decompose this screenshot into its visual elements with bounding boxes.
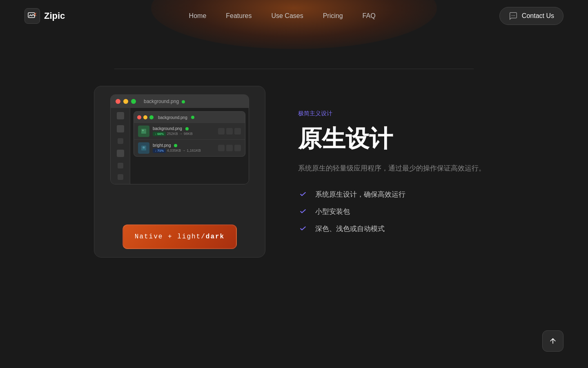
file-thumb-2 [138,142,149,154]
chat-icon [509,11,518,20]
file-name-2: bright.png [153,143,215,148]
mac-sidebar [111,108,130,184]
contact-label: Contact Us [522,12,554,20]
nav-faq[interactable]: FAQ [363,12,376,19]
file-thumb-1 [138,126,149,137]
nav-features[interactable]: Features [226,12,252,19]
file-green-dot-1 [185,127,189,130]
checkmark-1 [298,189,308,199]
mac-window-body: background.png [111,108,249,184]
file-actions-1 [218,128,241,135]
mac-main: background.png [130,108,249,184]
file-row-2: bright.png ↓ 71% 4,035KB → 1,161KB [134,140,245,156]
feature-item-1: 系统原生设计，确保高效运行 [298,189,494,199]
inner-window-title: background.png [158,115,187,120]
nav-pricing[interactable]: Pricing [323,12,343,19]
section-title: 原生设计 [298,126,494,152]
nav-links: Home Features Use Cases Pricing FAQ [189,12,376,20]
file-info-1: background.png ↓ 66% 252KB → 98KB [153,126,215,136]
sidebar-icon-1 [117,112,124,119]
sidebar-icon-gear [118,174,123,180]
divider [114,69,474,69]
sidebar-icon-2 [117,125,124,132]
contact-button[interactable]: Contact Us [499,7,564,25]
checkmark-2 [298,206,308,216]
file-action-2a [218,145,225,151]
feature-text-1: 系统原生设计，确保高效运行 [315,190,405,199]
sidebar-info-1 [118,138,123,144]
navbar: Zipic Home Features Use Cases Pricing FA… [0,0,588,32]
file-info-2: bright.png ↓ 71% 4,035KB → 1,161KB [153,143,215,153]
tl-yellow [123,99,128,104]
inner-green-dot [191,116,194,119]
feature-text-3: 深色、浅色或自动模式 [315,224,385,233]
mac-window-outer: background.png [110,94,249,184]
native-button: Native + light/dark [122,224,237,249]
file-green-dot-2 [174,144,177,147]
native-suffix: dark [206,233,225,240]
file-action-1b [226,128,233,135]
inner-window: background.png [134,111,245,157]
svg-point-3 [514,15,515,16]
file-action-2b [226,145,233,151]
svg-point-7 [143,146,145,148]
mac-titlebar-outer: background.png [111,95,249,108]
inner-tl-green [149,115,154,119]
logo-name: Zipic [44,11,65,21]
feature-item-2: 小型安装包 [298,206,494,216]
nav-home[interactable]: Home [189,12,207,19]
green-dot [182,100,185,103]
file-name-1: background.png [153,126,215,131]
inner-tl-yellow [143,115,147,119]
tl-green [131,99,136,104]
main-content: background.png [0,86,588,258]
file-action-2c [234,145,241,151]
section-description: 系统原生的轻量级应用程序，通过最少的操作保证高效运行。 [298,163,494,175]
file-action-1a [218,128,225,135]
nav-use-cases[interactable]: Use Cases [271,12,303,19]
app-screenshot: background.png [94,86,265,258]
file-size-1: ↓ 66% 252KB → 98KB [153,132,215,136]
badge-1: ↓ 66% [153,132,166,136]
feature-text-2: 小型安装包 [315,207,350,216]
sidebar-icon-3 [117,150,124,157]
file-size-2: ↓ 71% 4,035KB → 1,161KB [153,148,215,153]
file-row-1: background.png ↓ 66% 252KB → 98KB [134,123,245,140]
right-content: 极简主义设计 原生设计 系统原生的轻量级应用程序，通过最少的操作保证高效运行。 … [298,110,494,234]
back-to-top-button[interactable] [542,330,564,352]
feature-item-3: 深色、浅色或自动模式 [298,224,494,233]
checkmark-3 [298,224,308,233]
inner-titlebar: background.png [134,112,245,123]
inner-tl-red [137,115,141,119]
tl-red [116,99,120,104]
section-tag: 极简主义设计 [298,110,494,117]
file-action-1c [234,128,241,135]
svg-point-1 [512,15,512,16]
sidebar-info-2 [118,163,123,168]
file-actions-2 [218,145,241,151]
logo-icon [24,8,40,24]
window-title-outer: background.png [144,99,185,104]
logo[interactable]: Zipic [24,8,65,24]
badge-2: ↓ 71% [153,148,166,153]
native-prefix: Native + light/ [135,233,206,240]
svg-point-5 [142,130,144,131]
feature-list: 系统原生设计，确保高效运行 小型安装包 深色、浅色或自动模式 [298,189,494,233]
svg-point-2 [513,15,514,16]
